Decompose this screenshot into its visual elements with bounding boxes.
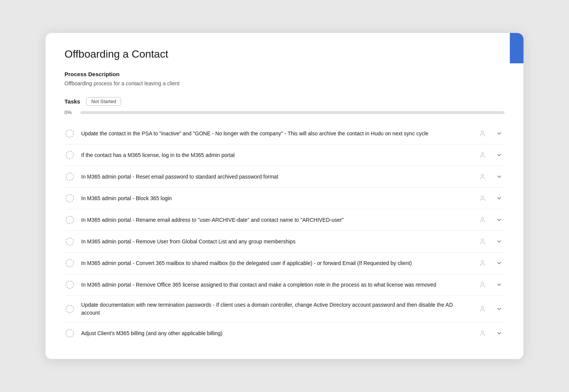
svg-point-8 (66, 216, 74, 224)
svg-point-14 (66, 281, 74, 289)
svg-point-3 (481, 152, 484, 155)
svg-point-11 (481, 239, 484, 241)
svg-point-0 (66, 130, 74, 137)
svg-point-10 (66, 238, 74, 245)
task-text: In M365 admin portal - Block 365 login (81, 194, 471, 202)
svg-point-19 (481, 331, 484, 333)
task-text: Update the contact in the PSA to "inacti… (81, 130, 471, 138)
svg-point-9 (481, 217, 484, 220)
task-text: In M365 admin portal - Convert 365 mailb… (81, 259, 471, 267)
task-text: Adjust Client's M365 billing (and any ot… (81, 329, 471, 337)
svg-point-5 (481, 174, 484, 176)
process-description-label: Process Description (64, 71, 505, 77)
task-check-icon[interactable] (64, 258, 75, 268)
task-user-icon (477, 260, 488, 267)
task-row: Update documentation with new terminatio… (64, 296, 505, 323)
task-user-icon (477, 152, 488, 158)
task-check-icon[interactable] (64, 279, 75, 290)
svg-point-12 (66, 259, 74, 267)
svg-point-17 (481, 306, 484, 309)
task-text: In M365 admin portal - Reset email passw… (81, 173, 471, 181)
task-expand-chevron[interactable] (494, 174, 505, 180)
task-expand-chevron[interactable] (494, 130, 505, 136)
page-title: Offboarding a Contact (64, 48, 505, 60)
task-text: Update documentation with new terminatio… (81, 301, 471, 317)
task-list: Update the contact in the PSA to "inacti… (64, 123, 505, 344)
task-text: If the contact has a M365 license, log i… (81, 151, 471, 159)
task-row: In M365 admin portal - Block 365 login (64, 188, 505, 209)
tasks-header: Tasks Not Started (64, 97, 505, 106)
task-expand-chevron[interactable] (494, 282, 505, 288)
task-expand-chevron[interactable] (494, 330, 505, 336)
task-expand-chevron[interactable] (494, 306, 505, 312)
svg-point-2 (66, 151, 74, 159)
svg-point-4 (66, 173, 74, 180)
progress-bar-background (80, 111, 505, 114)
blue-accent-decoration (510, 33, 523, 63)
task-check-icon[interactable] (64, 215, 75, 225)
task-expand-chevron[interactable] (494, 217, 505, 223)
task-text: In M365 admin portal - Remove User from … (81, 238, 471, 246)
progress-row: 0% (64, 110, 505, 115)
task-user-icon (477, 130, 488, 137)
status-badge: Not Started (86, 97, 121, 106)
task-row: In M365 admin portal - Rename email addr… (64, 209, 505, 231)
task-check-icon[interactable] (64, 150, 75, 160)
svg-point-7 (481, 196, 484, 198)
task-text: In M365 admin portal - Rename email addr… (81, 216, 471, 224)
task-row: If the contact has a M365 license, log i… (64, 144, 505, 166)
svg-point-6 (66, 194, 74, 202)
task-row: In M365 admin portal - Remove Office 365… (64, 274, 505, 296)
task-check-icon[interactable] (64, 236, 75, 247)
svg-point-16 (66, 305, 74, 313)
process-description-text: Offboarding process for a contact leavin… (64, 80, 505, 86)
task-expand-chevron[interactable] (494, 152, 505, 158)
task-user-icon (477, 330, 488, 337)
svg-point-15 (481, 282, 484, 284)
task-user-icon (477, 281, 488, 288)
task-row: In M365 admin portal - Remove User from … (64, 231, 505, 252)
task-user-icon (477, 173, 488, 180)
task-expand-chevron[interactable] (494, 260, 505, 266)
task-expand-chevron[interactable] (494, 195, 505, 201)
task-user-icon (477, 238, 488, 245)
task-row: Adjust Client's M365 billing (and any ot… (64, 323, 505, 344)
task-user-icon (477, 306, 488, 312)
task-row: Update the contact in the PSA to "inacti… (64, 123, 505, 144)
task-row: In M365 admin portal - Convert 365 mailb… (64, 252, 505, 274)
task-expand-chevron[interactable] (494, 238, 505, 245)
task-user-icon (477, 216, 488, 223)
task-check-icon[interactable] (64, 193, 75, 204)
task-check-icon[interactable] (64, 128, 75, 139)
modal-container: Offboarding a Contact Process Descriptio… (46, 33, 523, 359)
svg-point-1 (481, 131, 484, 133)
task-check-icon[interactable] (64, 171, 75, 182)
task-check-icon[interactable] (64, 304, 75, 314)
task-check-icon[interactable] (64, 328, 75, 339)
progress-percent: 0% (64, 110, 75, 115)
task-row: In M365 admin portal - Reset email passw… (64, 166, 505, 188)
task-user-icon (477, 195, 488, 202)
tasks-label: Tasks (64, 98, 80, 105)
svg-point-13 (481, 260, 484, 263)
svg-point-18 (66, 329, 74, 337)
task-text: In M365 admin portal - Remove Office 365… (81, 281, 471, 289)
